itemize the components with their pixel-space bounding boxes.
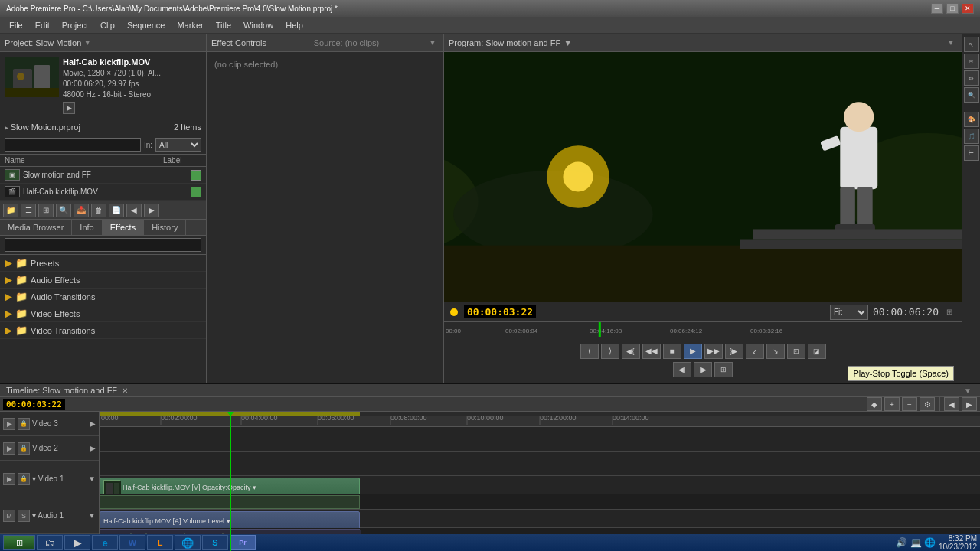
menu-clip[interactable]: Clip — [94, 19, 121, 31]
start-button[interactable]: ⊞ — [3, 535, 35, 550]
track-expand-v2[interactable]: ▶ — [90, 444, 96, 452]
tool-audio[interactable]: 🎵 — [964, 129, 979, 144]
loop-btn[interactable]: }▶ — [725, 344, 743, 359]
tool-zoom[interactable]: 🔍 — [964, 87, 979, 103]
track-solo-a1[interactable]: S — [18, 510, 30, 522]
media-icon: ▶ — [74, 536, 82, 549]
effects-folder-audio-transitions[interactable]: ▶ 📁 Audio Transitions — [0, 289, 206, 305]
tool-razor[interactable]: ✂ — [964, 54, 979, 69]
track-toggle-v1[interactable]: ▶ — [3, 473, 15, 485]
track-toggle-v2[interactable]: ▶ — [3, 442, 15, 455]
playhead[interactable] — [230, 412, 231, 551]
taskbar-app-ie[interactable]: e — [92, 535, 118, 550]
step-fwd-btn[interactable]: ⟩ — [601, 344, 619, 359]
extract-btn[interactable]: ◪ — [808, 344, 826, 359]
icon-view-btn[interactable]: ⊞ — [38, 204, 54, 217]
go-in-btn[interactable]: ◀| — [673, 362, 691, 377]
effects-folder-presets[interactable]: ▶ 📁 Presets — [0, 255, 206, 272]
nav-left-btn[interactable]: ◀ — [126, 204, 142, 217]
taskbar-app-skype[interactable]: S — [202, 535, 228, 550]
lift-btn[interactable]: ⊡ — [787, 344, 805, 359]
taskbar-app-word[interactable]: W — [119, 535, 145, 550]
nav-right-btn[interactable]: ▶ — [144, 204, 159, 217]
effects-folder-video-effects[interactable]: ▶ 📁 Video Effects — [0, 305, 206, 322]
tool-select[interactable]: ↖ — [964, 37, 979, 52]
search-btn[interactable]: 🔍 — [56, 204, 71, 217]
mark-in-btn[interactable]: ◀{ — [622, 344, 640, 359]
in-select[interactable]: All — [155, 138, 201, 152]
forward-btn[interactable]: ▶▶ — [704, 344, 723, 359]
scroll-left-btn[interactable]: ◀ — [944, 397, 959, 411]
rewind-btn[interactable]: ◀◀ — [642, 344, 661, 359]
menu-window[interactable]: Window — [237, 19, 279, 31]
program-panel-menu[interactable]: ▼ — [945, 37, 957, 49]
list-item[interactable]: ▣ Slow motion and FF — [0, 167, 206, 184]
timeline-title-close[interactable]: ✕ — [122, 386, 128, 395]
timeline-zoom-in[interactable]: + — [884, 397, 900, 411]
timeline-marker-btn[interactable]: ◆ — [867, 397, 882, 411]
project-panel-menu[interactable]: ▼ — [81, 37, 93, 49]
fit-dropdown[interactable]: Fit 25% 50% 100% — [830, 305, 868, 320]
source-label: Source: (no clips) — [314, 38, 380, 47]
play-stop-btn[interactable]: ▶ — [684, 344, 702, 359]
taskbar-app-chrome[interactable]: 🌐 — [175, 535, 201, 550]
close-button[interactable]: ✕ — [962, 3, 974, 14]
taskbar-app-premiere[interactable]: Pr — [230, 535, 256, 550]
effect-controls-menu[interactable]: ▼ — [426, 37, 439, 49]
delete-btn[interactable]: 🗑 — [91, 204, 106, 217]
maximize-button[interactable]: □ — [946, 3, 959, 14]
menu-file[interactable]: File — [3, 19, 29, 31]
menu-marker[interactable]: Marker — [171, 19, 209, 31]
track-lock-v3[interactable]: 🔒 — [18, 418, 30, 430]
tool-color[interactable]: 🎨 — [964, 112, 979, 127]
taskbar-app-libreoffice[interactable]: L — [147, 535, 173, 550]
track-lock-v1[interactable]: 🔒 — [18, 473, 30, 485]
track-lock-v2[interactable]: 🔒 — [18, 442, 30, 455]
tab-effects[interactable]: Effects — [103, 220, 144, 235]
insert-btn[interactable]: ↙ — [746, 344, 764, 359]
taskbar-app-files[interactable]: 🗂 — [37, 535, 63, 550]
search-input[interactable] — [5, 138, 141, 152]
timeline-zoom-out[interactable]: − — [902, 397, 917, 411]
play-clip-btn[interactable]: ▶ — [63, 102, 75, 114]
go-out-btn[interactable]: |▶ — [694, 362, 712, 377]
step-back-btn[interactable]: ⟨ — [580, 344, 599, 359]
timeline-timecode[interactable]: 00:00:03:22 — [3, 399, 65, 410]
current-timecode[interactable]: 00:00:03:22 — [464, 305, 536, 318]
effects-folder-video-transitions[interactable]: ▶ 📁 Video Transitions — [0, 322, 206, 339]
monitor-timeline-ruler[interactable]: 00:00 00:02:08:04 00:04:16:08 00:06:24:1… — [444, 321, 962, 337]
menu-sequence[interactable]: Sequence — [121, 19, 172, 31]
track-mute-a1[interactable]: M — [3, 510, 15, 522]
timeline-tracks[interactable]: 00:00 00:02:00:00 00:04:00:00 00:06:00:0… — [100, 412, 980, 551]
track-expand-v1[interactable]: ▼ — [88, 474, 96, 483]
import-btn[interactable]: 📥 — [74, 204, 89, 217]
monitor-settings-btn[interactable]: ⊞ — [943, 306, 956, 318]
timeline-settings[interactable]: ⚙ — [920, 397, 935, 411]
list-view-btn[interactable]: ☰ — [21, 204, 36, 217]
scroll-right-btn[interactable]: ▶ — [962, 397, 977, 411]
tab-history[interactable]: History — [144, 220, 186, 235]
track-expand-v3[interactable]: ▶ — [90, 419, 96, 428]
stop-btn[interactable]: ■ — [663, 344, 681, 359]
program-dropdown-arrow[interactable]: ▼ — [564, 38, 572, 47]
effects-search-input[interactable] — [5, 238, 201, 252]
overwrite-btn[interactable]: ↘ — [766, 344, 785, 359]
menu-help[interactable]: Help — [279, 19, 309, 31]
new-bin-btn[interactable]: 📁 — [3, 204, 18, 217]
track-expand-a1[interactable]: ▼ — [88, 511, 96, 520]
menu-title[interactable]: Title — [210, 19, 237, 31]
taskbar-app-media[interactable]: ▶ — [64, 535, 90, 550]
tab-media-browser[interactable]: Media Browser — [0, 220, 72, 235]
new-item-btn[interactable]: 📄 — [109, 204, 124, 217]
track-toggle-v3[interactable]: ▶ — [3, 418, 15, 430]
menu-edit[interactable]: Edit — [29, 19, 56, 31]
tab-info[interactable]: Info — [72, 220, 102, 235]
list-item[interactable]: 🎬 Half-Cab kickflip.MOV — [0, 184, 206, 201]
effects-folder-audio-effects[interactable]: ▶ 📁 Audio Effects — [0, 272, 206, 289]
timeline-panel-menu[interactable]: ▼ — [962, 384, 974, 396]
safe-margins-btn[interactable]: ⊞ — [714, 362, 733, 377]
tool-slip[interactable]: ⇔ — [964, 70, 979, 86]
menu-project[interactable]: Project — [56, 19, 94, 31]
tool-trim[interactable]: ⊢ — [964, 145, 979, 161]
minimize-button[interactable]: ─ — [931, 3, 943, 14]
